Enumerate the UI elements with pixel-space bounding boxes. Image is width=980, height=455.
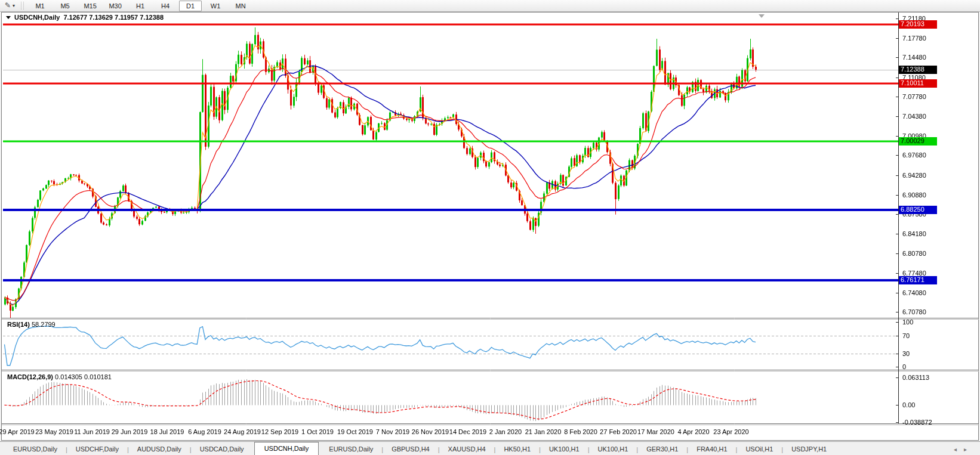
- chart-dropdown-icon[interactable]: [6, 16, 11, 19]
- price-tick-label: 6.80780: [902, 250, 926, 257]
- price-badge: 7.12388: [899, 66, 937, 74]
- macd-signal-value: 0.010181: [84, 373, 112, 380]
- date-label: 6 Aug 2019: [188, 428, 221, 435]
- date-label: 26 Nov 2019: [412, 428, 449, 435]
- price-tick-label: 6.97680: [902, 151, 926, 159]
- price-badge: 6.88250: [899, 206, 937, 214]
- macd-label: MACD(12,26,9) 0.014305 0.010181: [7, 373, 112, 380]
- rsi-value: 58.2799: [32, 321, 56, 328]
- date-label: 7 Nov 2019: [376, 428, 409, 435]
- symbol-tab-bar: EURUSD,Daily|USDCHF,Daily|AUDUSD,Daily|U…: [0, 441, 980, 455]
- date-label: 2 Jan 2020: [489, 428, 522, 435]
- timeframe-button-mn[interactable]: MN: [229, 1, 252, 11]
- date-label: 11 Jun 2019: [74, 428, 110, 435]
- price-tick-label: 6.74080: [902, 289, 926, 296]
- symbol-tab-uk100-h1[interactable]: UK100,H1: [590, 443, 637, 455]
- timeframe-button-w1[interactable]: W1: [204, 1, 227, 11]
- macd-tick-label: -0.038872: [902, 419, 932, 426]
- macd-tick-label: 0.00: [902, 401, 915, 408]
- price-badge: 7.20193: [899, 20, 937, 29]
- timeframe-button-m15[interactable]: M15: [79, 1, 101, 11]
- symbol-tab-usdchf-daily[interactable]: USDCHF,Daily: [67, 443, 127, 455]
- toolbar-grip: [21, 2, 24, 10]
- date-label: 29 Apr 2019: [0, 428, 35, 435]
- date-label: 23 Apr 2020: [713, 428, 748, 435]
- price-badge: 7.00029: [899, 137, 937, 146]
- mt4-chart-screen: ✎ ▾ M1M5M15M30H1H4D1W1MN USDCNH,Daily 7.…: [0, 0, 980, 455]
- symbol-tab-ger30-h1[interactable]: GER30,H1: [638, 443, 686, 455]
- price-badge: 7.10011: [899, 79, 937, 88]
- price-tick-label: 7.17780: [902, 35, 926, 42]
- symbol-tab-eurusd-daily[interactable]: EURUSD,Daily: [320, 443, 381, 455]
- rsi-name: RSI(14): [7, 321, 30, 328]
- chart-symbol-label: USDCNH,Daily: [14, 14, 60, 21]
- price-tick-label: 6.94280: [902, 172, 926, 179]
- timeframe-button-d1[interactable]: D1: [179, 1, 202, 11]
- price-chart-canvas[interactable]: [0, 12, 980, 441]
- chart-ohlc-values: 7.12677 7.13629 7.11957 7.12388: [63, 14, 164, 21]
- date-label: 23 May 2019: [35, 428, 73, 435]
- symbol-tab-fra40-h1[interactable]: FRA40,H1: [688, 443, 735, 455]
- date-label: 17 Mar 2020: [637, 428, 674, 435]
- symbol-tab-usdcad-daily[interactable]: USDCAD,Daily: [192, 443, 252, 455]
- rsi-tick-label: 100: [902, 318, 913, 326]
- symbol-tab-audusd-daily[interactable]: AUDUSD,Daily: [129, 443, 190, 455]
- chart-window: USDCNH,Daily 7.12677 7.13629 7.11957 7.1…: [0, 12, 980, 441]
- date-label: 4 Apr 2020: [677, 428, 709, 435]
- date-label: 14 Dec 2019: [449, 428, 486, 435]
- symbol-tab-uk100-h1[interactable]: UK100,H1: [541, 443, 588, 455]
- date-label: 27 Feb 2020: [600, 428, 637, 435]
- price-tick-label: 7.14480: [902, 54, 926, 61]
- date-label: 24 Aug 2019: [224, 428, 261, 435]
- timeframe-button-m1[interactable]: M1: [29, 1, 51, 11]
- date-label: 18 Jul 2019: [150, 428, 184, 435]
- symbol-tab-usdjpy-h1[interactable]: USDJPY,H1: [783, 443, 835, 455]
- rsi-tick-label: 0: [902, 363, 906, 370]
- scroll-right-icon[interactable]: ▸: [964, 446, 974, 453]
- rsi-tick-label: 30: [902, 350, 910, 357]
- symbol-tab-usoil-h1[interactable]: USOil,H1: [737, 443, 781, 455]
- timeframe-buttons: M1M5M15M30H1H4D1W1MN: [27, 1, 253, 11]
- symbol-tab-hk50-h1[interactable]: HK50,H1: [495, 443, 539, 455]
- chevron-down-icon: ▾: [13, 3, 15, 8]
- price-tick-label: 7.04380: [902, 113, 926, 120]
- timeframe-toolbar: ✎ ▾ M1M5M15M30H1H4D1W1MN: [0, 0, 980, 12]
- macd-tick-label: 0.063113: [902, 374, 929, 381]
- drawing-tool-icon[interactable]: ✎ ▾: [0, 0, 20, 11]
- date-label: 19 Oct 2019: [337, 428, 373, 435]
- rsi-label: RSI(14) 58.2799: [7, 321, 56, 328]
- symbol-tab-usdcnh-daily[interactable]: USDCNH,Daily: [254, 442, 319, 455]
- timeframe-button-m30[interactable]: M30: [104, 1, 127, 11]
- chart-title: USDCNH,Daily 7.12677 7.13629 7.11957 7.1…: [6, 14, 164, 21]
- tab-scroll-arrows[interactable]: ◂▸: [954, 446, 974, 453]
- date-label: 1 Oct 2019: [301, 428, 334, 435]
- scroll-left-icon[interactable]: ◂: [954, 446, 964, 453]
- macd-name: MACD(12,26,9): [7, 373, 53, 380]
- price-tick-label: 7.07780: [902, 93, 926, 100]
- symbol-tab-eurusd-daily[interactable]: EURUSD,Daily: [5, 443, 66, 455]
- pencil-icon: ✎: [5, 1, 11, 10]
- rsi-tick-label: 70: [902, 332, 910, 339]
- macd-value: 0.014305: [55, 373, 82, 380]
- date-label: 29 Jun 2019: [112, 428, 148, 435]
- price-tick-label: 6.84180: [902, 230, 926, 237]
- symbol-tab-gbpusd-h4[interactable]: GBPUSD,H4: [383, 443, 438, 455]
- date-label: 12 Sep 2019: [261, 428, 298, 435]
- price-tick-label: 6.90880: [902, 191, 926, 199]
- timeframe-button-h1[interactable]: H1: [129, 1, 152, 11]
- timeframe-button-m5[interactable]: M5: [54, 1, 76, 11]
- date-label: 8 Feb 2020: [564, 428, 597, 435]
- timeframe-button-h4[interactable]: H4: [154, 1, 177, 11]
- price-badge: 6.76171: [899, 276, 937, 284]
- date-label: 21 Jan 2020: [525, 428, 562, 435]
- symbol-tab-xauusd-h4[interactable]: XAUUSD,H4: [440, 443, 494, 455]
- price-tick-label: 6.70780: [902, 308, 926, 315]
